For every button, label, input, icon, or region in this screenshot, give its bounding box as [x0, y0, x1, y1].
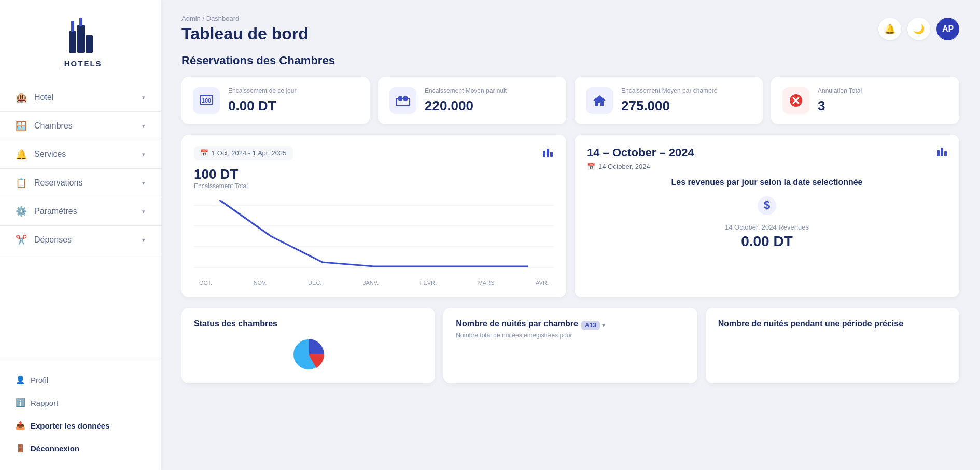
deconnexion-label: Déconnexion — [31, 444, 79, 453]
x-label-fevr: FÉVR. — [420, 280, 437, 286]
bottom-card-nuitees-chambre: Nombre de nuités par chambre A13 ▾ Nombr… — [443, 308, 697, 383]
chart-header-left: 📅 1 Oct, 2024 - 1 Apr, 2025 — [194, 146, 554, 160]
bottom-row: Status des chambres Nombre de nuités par… — [181, 308, 959, 383]
chart-card-left: 📅 1 Oct, 2024 - 1 Apr, 2025 100 DT Encai… — [181, 135, 566, 297]
a13-badge[interactable]: A13 — [581, 321, 600, 330]
svg-rect-15 — [547, 149, 549, 157]
sidebar-label-parametres: Paramètres — [34, 207, 77, 216]
rapport-icon: ℹ️ — [16, 398, 25, 407]
stat-icon-annulation — [782, 87, 809, 114]
page-title: Tableau de bord — [181, 24, 309, 44]
stat-card-encaissement-jour: 100 Encaissement de ce jour 0.00 DT — [181, 77, 370, 124]
svg-text:100: 100 — [202, 97, 211, 104]
stat-label-annulation: Annulation Total — [818, 87, 862, 95]
stat-value-encaissement-chambre: 275.000 — [621, 98, 717, 114]
revenue-label: 14 October, 2024 Revenues — [587, 223, 947, 231]
sidebar-label-reservations: Reservations — [34, 178, 82, 188]
main-content: Admin / Dashboard Tableau de bord 🔔 🌙 AP… — [161, 0, 980, 470]
sidebar-item-deconnexion[interactable]: 🚪 Déconnexion — [0, 437, 161, 460]
stat-label-encaissement-chambre: Encaissement Moyen par chambre — [621, 87, 717, 95]
sidebar-item-parametres[interactable]: ⚙️ Paramètres ▾ — [0, 197, 161, 226]
stat-card-encaissement-chambre: Encaissement Moyen par chambre 275.000 — [575, 77, 763, 124]
svg-rect-3 — [71, 21, 74, 32]
sidebar-label-depenses: Dépenses — [34, 235, 72, 245]
x-label-nov: NOV. — [254, 280, 267, 286]
sidebar-item-exporter[interactable]: 📤 Exporter les données — [0, 414, 161, 437]
charts-row: 📅 1 Oct, 2024 - 1 Apr, 2025 100 DT Encai… — [181, 135, 959, 297]
chart-bar-icon-left — [542, 147, 554, 160]
nuitees-chambre-subtitle: Nombre total de nuitées enregistrées pou… — [456, 332, 684, 339]
sidebar-item-reservations[interactable]: 📋 Reservations ▾ — [0, 169, 161, 197]
logo-icon — [60, 16, 101, 57]
calendar-icon: 📅 — [200, 149, 208, 157]
page-header: Admin / Dashboard Tableau de bord 🔔 🌙 AP — [161, 0, 980, 49]
x-label-mars: MARS — [478, 280, 495, 286]
sidebar-item-rapport[interactable]: ℹ️ Rapport — [0, 391, 161, 414]
sidebar-item-profil[interactable]: 👤 Profil — [0, 368, 161, 391]
date-range-text: 1 Oct, 2024 - 1 Apr, 2025 — [212, 149, 287, 157]
deconnexion-icon: 🚪 — [16, 444, 25, 453]
notifications-button[interactable]: 🔔 — [878, 18, 901, 40]
rapport-label: Rapport — [31, 398, 58, 407]
chevron-hotel: ▾ — [142, 94, 145, 101]
stat-label-encaissement-jour: Encaissement de ce jour — [228, 87, 296, 95]
sidebar-nav: 🏨 Hotel ▾ 🪟 Chambres ▾ 🔔 Services ▾ 📋 Re… — [0, 78, 161, 360]
chevron-reservations: ▾ — [142, 180, 145, 187]
sidebar-label-hotel: Hotel — [34, 93, 53, 102]
stat-cards: 100 Encaissement de ce jour 0.00 DT Enca… — [181, 77, 959, 124]
revenue-dollar-icon: $ — [587, 195, 947, 220]
date-range-badge[interactable]: 📅 1 Oct, 2024 - 1 Apr, 2025 — [194, 146, 293, 160]
right-panel-title: 14 – October – 2024 — [587, 146, 947, 160]
sidebar-item-services[interactable]: 🔔 Services ▾ — [0, 140, 161, 169]
stat-info-annulation: Annulation Total 3 — [818, 87, 862, 114]
status-pie-chart — [288, 334, 329, 375]
chart-sublabel: Encaissement Total — [194, 182, 554, 190]
stat-card-annulation: Annulation Total 3 — [771, 77, 959, 124]
header-right: 🔔 🌙 AP — [878, 18, 959, 40]
chart-x-labels: OCT. NOV. DÉC. JANV. FÉVR. MARS AVR. — [194, 280, 554, 286]
stat-value-encaissement-nuit: 220.000 — [425, 98, 507, 114]
stat-info-encaissement-chambre: Encaissement Moyen par chambre 275.000 — [621, 87, 717, 114]
logo-text: _HOTELS — [59, 59, 102, 68]
right-date-text: 14 October, 2024 — [598, 163, 650, 170]
svg-rect-23 — [944, 151, 947, 156]
stat-info-encaissement-nuit: Encaissement Moyen par nuit 220.000 — [425, 87, 507, 114]
chambres-icon: 🪟 — [16, 120, 27, 132]
line-chart — [194, 195, 554, 278]
stat-card-encaissement-nuit: Encaissement Moyen par nuit 220.000 — [378, 77, 566, 124]
sidebar-label-chambres: Chambres — [34, 121, 73, 131]
x-label-oct: OCT. — [199, 280, 212, 286]
chart-amount: 100 DT — [194, 166, 554, 182]
chevron-depenses: ▾ — [142, 237, 145, 244]
sidebar-logo: _HOTELS — [0, 0, 161, 78]
breadcrumb: Admin / Dashboard — [181, 15, 309, 22]
depenses-icon: ✂️ — [16, 234, 27, 246]
right-panel-subtitle: Les revenues par jour selon la date sele… — [587, 178, 947, 187]
stat-value-annulation: 3 — [818, 98, 862, 114]
profil-label: Profil — [31, 376, 48, 384]
bottom-card-status: Status des chambres — [181, 308, 435, 383]
sidebar-item-depenses[interactable]: ✂️ Dépenses ▾ — [0, 226, 161, 254]
sidebar-bottom: 👤 Profil ℹ️ Rapport 📤 Exporter les donné… — [0, 360, 161, 470]
svg-rect-9 — [398, 96, 402, 101]
revenue-value: 0.00 DT — [587, 233, 947, 250]
hotel-icon: 🏨 — [16, 92, 27, 103]
a13-chevron: ▾ — [602, 322, 605, 329]
exporter-label: Exporter les données — [31, 421, 110, 430]
svg-rect-14 — [543, 151, 545, 157]
svg-rect-8 — [396, 98, 410, 106]
svg-rect-2 — [86, 35, 93, 53]
chart-bar-icon-right — [936, 146, 948, 159]
sidebar-item-chambres[interactable]: 🪟 Chambres ▾ — [0, 112, 161, 140]
stat-icon-encaissement-jour: 100 — [193, 87, 220, 114]
parametres-icon: ⚙️ — [16, 206, 27, 217]
svg-text:$: $ — [764, 198, 770, 211]
page-content: Réservations des Chambres 100 Encaisseme… — [161, 49, 980, 470]
services-icon: 🔔 — [16, 149, 27, 160]
theme-toggle-button[interactable]: 🌙 — [907, 18, 930, 40]
bell-icon: 🔔 — [884, 23, 895, 35]
right-calendar-icon: 📅 — [587, 163, 595, 170]
sidebar-item-hotel[interactable]: 🏨 Hotel ▾ — [0, 83, 161, 112]
avatar[interactable]: AP — [936, 18, 959, 40]
svg-rect-22 — [941, 148, 943, 156]
